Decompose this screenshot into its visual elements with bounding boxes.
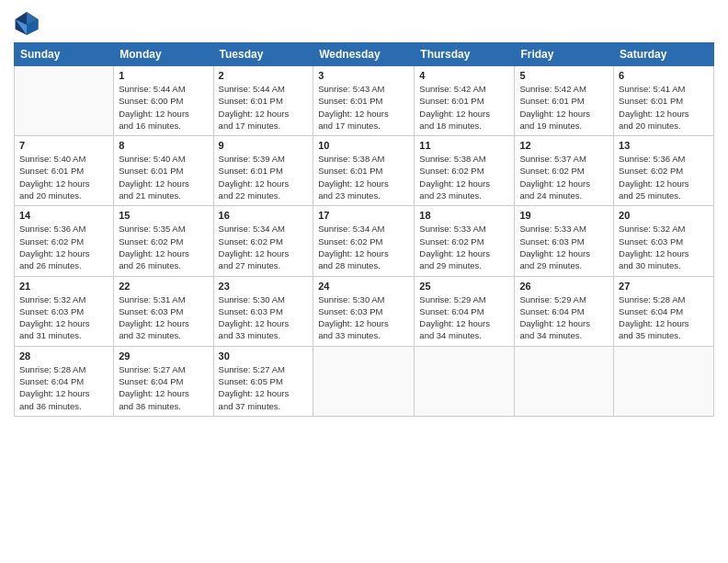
header — [14, 9, 714, 35]
day-number: 13 — [619, 140, 709, 151]
col-header-tuesday: Tuesday — [213, 43, 313, 66]
day-cell: 26Sunrise: 5:29 AM Sunset: 6:04 PM Dayli… — [515, 276, 614, 346]
day-info: Sunrise: 5:38 AM Sunset: 6:01 PM Dayligh… — [318, 153, 409, 201]
day-cell: 7Sunrise: 5:40 AM Sunset: 6:01 PM Daylig… — [15, 136, 114, 206]
day-info: Sunrise: 5:32 AM Sunset: 6:03 PM Dayligh… — [619, 223, 709, 271]
calendar: SundayMondayTuesdayWednesdayThursdayFrid… — [14, 42, 714, 417]
day-cell: 14Sunrise: 5:36 AM Sunset: 6:02 PM Dayli… — [15, 206, 114, 276]
day-cell: 21Sunrise: 5:32 AM Sunset: 6:03 PM Dayli… — [15, 276, 114, 346]
day-info: Sunrise: 5:29 AM Sunset: 6:04 PM Dayligh… — [519, 293, 609, 342]
day-cell: 22Sunrise: 5:31 AM Sunset: 6:03 PM Dayli… — [114, 276, 213, 346]
day-info: Sunrise: 5:27 AM Sunset: 6:04 PM Dayligh… — [119, 363, 208, 412]
day-number: 6 — [619, 70, 709, 81]
day-info: Sunrise: 5:38 AM Sunset: 6:02 PM Dayligh… — [419, 153, 509, 201]
day-cell: 28Sunrise: 5:28 AM Sunset: 6:04 PM Dayli… — [15, 346, 114, 416]
day-cell: 29Sunrise: 5:27 AM Sunset: 6:04 PM Dayli… — [114, 346, 213, 416]
day-info: Sunrise: 5:33 AM Sunset: 6:03 PM Dayligh… — [519, 223, 609, 271]
day-number: 1 — [119, 70, 208, 81]
day-number: 8 — [119, 140, 208, 151]
col-header-monday: Monday — [114, 43, 213, 66]
col-header-thursday: Thursday — [415, 43, 515, 66]
day-number: 25 — [419, 281, 509, 292]
day-cell: 30Sunrise: 5:27 AM Sunset: 6:05 PM Dayli… — [213, 346, 313, 416]
day-cell: 2Sunrise: 5:44 AM Sunset: 6:01 PM Daylig… — [213, 66, 313, 136]
day-cell — [15, 66, 114, 136]
logo — [14, 9, 43, 35]
day-info: Sunrise: 5:28 AM Sunset: 6:04 PM Dayligh… — [619, 293, 709, 342]
day-cell — [313, 346, 415, 416]
col-header-saturday: Saturday — [614, 43, 714, 66]
day-info: Sunrise: 5:34 AM Sunset: 6:02 PM Dayligh… — [219, 223, 309, 271]
day-info: Sunrise: 5:28 AM Sunset: 6:04 PM Dayligh… — [19, 363, 108, 412]
week-row-5: 28Sunrise: 5:28 AM Sunset: 6:04 PM Dayli… — [15, 346, 714, 416]
day-cell: 18Sunrise: 5:33 AM Sunset: 6:02 PM Dayli… — [415, 206, 515, 276]
col-header-wednesday: Wednesday — [313, 43, 415, 66]
day-number: 11 — [419, 140, 509, 151]
day-cell: 17Sunrise: 5:34 AM Sunset: 6:02 PM Dayli… — [313, 206, 415, 276]
day-cell — [515, 346, 614, 416]
page: SundayMondayTuesdayWednesdayThursdayFrid… — [0, 0, 728, 563]
day-cell: 23Sunrise: 5:30 AM Sunset: 6:03 PM Dayli… — [213, 276, 313, 346]
day-cell: 16Sunrise: 5:34 AM Sunset: 6:02 PM Dayli… — [213, 206, 313, 276]
day-cell — [415, 346, 515, 416]
day-info: Sunrise: 5:40 AM Sunset: 6:01 PM Dayligh… — [19, 153, 108, 201]
day-info: Sunrise: 5:30 AM Sunset: 6:03 PM Dayligh… — [219, 293, 309, 342]
day-number: 28 — [19, 350, 108, 362]
day-number: 20 — [619, 210, 709, 221]
day-number: 14 — [19, 210, 108, 221]
day-info: Sunrise: 5:41 AM Sunset: 6:01 PM Dayligh… — [619, 83, 709, 132]
day-number: 22 — [119, 281, 208, 292]
week-row-1: 1Sunrise: 5:44 AM Sunset: 6:00 PM Daylig… — [15, 66, 714, 136]
day-cell: 20Sunrise: 5:32 AM Sunset: 6:03 PM Dayli… — [614, 206, 714, 276]
day-info: Sunrise: 5:30 AM Sunset: 6:03 PM Dayligh… — [318, 293, 409, 342]
day-info: Sunrise: 5:40 AM Sunset: 6:01 PM Dayligh… — [119, 153, 208, 201]
day-info: Sunrise: 5:36 AM Sunset: 6:02 PM Dayligh… — [619, 153, 709, 201]
day-cell — [614, 346, 714, 416]
day-info: Sunrise: 5:44 AM Sunset: 6:01 PM Dayligh… — [219, 83, 309, 132]
day-number: 4 — [419, 70, 509, 81]
day-number: 2 — [219, 70, 309, 81]
day-cell: 12Sunrise: 5:37 AM Sunset: 6:02 PM Dayli… — [515, 136, 614, 206]
day-cell: 27Sunrise: 5:28 AM Sunset: 6:04 PM Dayli… — [614, 276, 714, 346]
day-cell: 9Sunrise: 5:39 AM Sunset: 6:01 PM Daylig… — [213, 136, 313, 206]
col-header-friday: Friday — [515, 43, 614, 66]
day-info: Sunrise: 5:43 AM Sunset: 6:01 PM Dayligh… — [318, 83, 409, 132]
day-cell: 25Sunrise: 5:29 AM Sunset: 6:04 PM Dayli… — [415, 276, 515, 346]
day-info: Sunrise: 5:32 AM Sunset: 6:03 PM Dayligh… — [19, 293, 108, 342]
day-info: Sunrise: 5:36 AM Sunset: 6:02 PM Dayligh… — [19, 223, 108, 271]
day-info: Sunrise: 5:42 AM Sunset: 6:01 PM Dayligh… — [419, 83, 509, 132]
calendar-header-row: SundayMondayTuesdayWednesdayThursdayFrid… — [15, 43, 714, 66]
day-number: 27 — [619, 281, 709, 292]
day-cell: 13Sunrise: 5:36 AM Sunset: 6:02 PM Dayli… — [614, 136, 714, 206]
day-number: 3 — [318, 70, 409, 81]
day-number: 24 — [318, 281, 409, 292]
day-cell: 11Sunrise: 5:38 AM Sunset: 6:02 PM Dayli… — [415, 136, 515, 206]
day-info: Sunrise: 5:39 AM Sunset: 6:01 PM Dayligh… — [219, 153, 309, 201]
week-row-4: 21Sunrise: 5:32 AM Sunset: 6:03 PM Dayli… — [15, 276, 714, 346]
day-info: Sunrise: 5:33 AM Sunset: 6:02 PM Dayligh… — [419, 223, 509, 271]
day-cell: 8Sunrise: 5:40 AM Sunset: 6:01 PM Daylig… — [114, 136, 213, 206]
week-row-3: 14Sunrise: 5:36 AM Sunset: 6:02 PM Dayli… — [15, 206, 714, 276]
day-number: 16 — [219, 210, 309, 221]
day-cell: 19Sunrise: 5:33 AM Sunset: 6:03 PM Dayli… — [515, 206, 614, 276]
day-number: 9 — [219, 140, 309, 151]
day-number: 12 — [519, 140, 609, 151]
day-number: 23 — [219, 281, 309, 292]
day-number: 21 — [19, 281, 108, 292]
day-number: 29 — [119, 350, 208, 362]
day-cell: 10Sunrise: 5:38 AM Sunset: 6:01 PM Dayli… — [313, 136, 415, 206]
col-header-sunday: Sunday — [15, 43, 114, 66]
day-cell: 4Sunrise: 5:42 AM Sunset: 6:01 PM Daylig… — [415, 66, 515, 136]
day-number: 18 — [419, 210, 509, 221]
day-cell: 24Sunrise: 5:30 AM Sunset: 6:03 PM Dayli… — [313, 276, 415, 346]
day-cell: 1Sunrise: 5:44 AM Sunset: 6:00 PM Daylig… — [114, 66, 213, 136]
day-number: 19 — [519, 210, 609, 221]
day-info: Sunrise: 5:34 AM Sunset: 6:02 PM Dayligh… — [318, 223, 409, 271]
day-info: Sunrise: 5:27 AM Sunset: 6:05 PM Dayligh… — [219, 363, 309, 412]
day-info: Sunrise: 5:31 AM Sunset: 6:03 PM Dayligh… — [119, 293, 208, 342]
day-info: Sunrise: 5:44 AM Sunset: 6:00 PM Dayligh… — [119, 83, 208, 132]
day-number: 26 — [519, 281, 609, 292]
day-number: 17 — [318, 210, 409, 221]
logo-icon — [14, 9, 40, 35]
day-number: 5 — [519, 70, 609, 81]
